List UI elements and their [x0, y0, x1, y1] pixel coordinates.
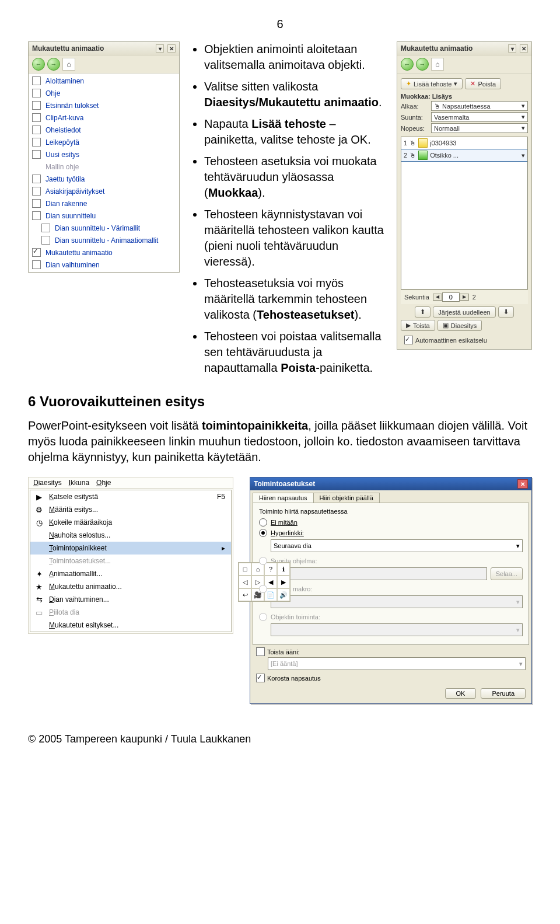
task-pane-item[interactable]: Mukautettu animaatio [29, 246, 179, 259]
forward-icon[interactable]: → [47, 58, 60, 71]
start-label: Alkaa: [401, 103, 429, 110]
home-icon[interactable]: ⌂ [62, 58, 75, 71]
task-pane-item[interactable]: Uusi esitys [29, 148, 179, 161]
menu-item: Toimintoasetukset... [30, 555, 231, 567]
ok-button[interactable]: OK [445, 688, 477, 699]
menu-item-icon: ▭ [34, 607, 44, 618]
highlight-click-label: Korosta napsautus [267, 675, 321, 682]
back-icon[interactable]: ← [32, 58, 45, 71]
task-pane-item[interactable]: Aloittaminen [29, 75, 179, 87]
menu-item[interactable]: Toimintopainikkeet▸ [30, 542, 231, 555]
checkbox-icon [32, 150, 41, 159]
tab-mouse-over[interactable]: Hiiri objektin päällä [313, 493, 380, 503]
seconds-stepper[interactable]: ◀ ▶ [433, 292, 469, 302]
back-icon[interactable]: ← [401, 58, 414, 71]
effect-row[interactable]: 2🖱Otsikko ...▾ [401, 149, 528, 162]
menu-item-icon: ✦ [34, 569, 44, 579]
remove-effect-button[interactable]: ✕ Poista [465, 78, 501, 89]
task-pane-item[interactable]: Dian suunnittelu [29, 210, 179, 222]
task-pane-item[interactable]: Mallin ohje [29, 161, 179, 173]
radio-hyperlink[interactable]: Hyperlinkki: [259, 528, 523, 538]
task-pane-item[interactable]: Asiakirjapäivitykset [29, 185, 179, 197]
chevron-down-icon: ▾ [454, 80, 457, 88]
menu-item[interactable]: Nauhoita selostus... [30, 529, 231, 542]
speed-dropdown[interactable]: Normaali ▾ [431, 123, 528, 133]
task-pane-item[interactable]: Dian suunnittelu - Värimallit [29, 222, 179, 234]
action-button-icon[interactable]: ◁ [239, 576, 251, 588]
close-icon[interactable]: ✕ [520, 44, 528, 53]
reorder-up-button[interactable]: ⬆ [415, 306, 430, 318]
task-pane-item[interactable]: Oheistiedot [29, 124, 179, 136]
action-button-grid[interactable]: □⌂?ℹ◁▷◀▶↩🎥📄🔊 [238, 562, 290, 602]
forward-icon[interactable]: → [416, 58, 429, 71]
home-icon[interactable]: ⌂ [431, 58, 444, 71]
radio-run-program[interactable]: Suorita ohjelma: [259, 556, 523, 566]
menubar-item[interactable]: Diaesitys [33, 479, 62, 487]
menu-item[interactable]: Mukautetut esitykset... [30, 619, 231, 632]
menu-item-label: Dian vaihtuminen... [49, 595, 109, 604]
close-icon[interactable]: ✕ [167, 44, 176, 53]
action-button-icon[interactable]: ▶ [277, 576, 290, 588]
dialog-title: Toimintoasetukset [254, 480, 315, 488]
page-number: 6 [28, 18, 532, 31]
menu-item-label: Toimintopainikkeet [49, 544, 107, 552]
dropdown-arrow-icon[interactable]: ▾ [156, 44, 164, 53]
checkbox-icon [32, 260, 41, 269]
effect-name: Otsikko ... [430, 152, 459, 159]
effect-row[interactable]: 1🖱j0304933 [401, 137, 527, 149]
task-pane-item[interactable]: Dian suunnittelu - Animaatiomallit [29, 234, 179, 246]
action-button-icon[interactable]: □ [239, 563, 251, 576]
menu-item[interactable]: ★Mukautettu animaatio... [30, 580, 231, 593]
list-item: Valitse sitten valikosta Diaesitys/Mukau… [204, 79, 387, 110]
radio-none[interactable]: Ei mitään [259, 517, 523, 528]
task-pane-item[interactable]: Leikepöytä [29, 136, 179, 148]
play-sound-checkbox[interactable] [256, 647, 265, 656]
menu-item[interactable]: ⚙Määritä esitys... [30, 503, 231, 516]
section-paragraph: PowerPoint-esitykseen voit lisätä toimin… [28, 418, 532, 465]
menubar-item[interactable]: Ikkuna [69, 479, 89, 487]
timeline-end: 2 [473, 294, 476, 301]
menu-item[interactable]: ✦Animaatiomallit... [30, 567, 231, 580]
dropdown-arrow-icon[interactable]: ▾ [508, 44, 516, 53]
browse-button[interactable]: Selaa... [491, 567, 523, 580]
play-button[interactable]: ▶ Toista [401, 320, 435, 331]
action-button-icon[interactable]: 🔊 [277, 588, 290, 601]
task-pane-item[interactable]: Ohje [29, 87, 179, 99]
task-pane-item-label: Oheistiedot [46, 126, 81, 134]
menu-item-label: Mukautettu animaatio... [49, 583, 122, 591]
reorder-down-button[interactable]: ⬇ [498, 306, 514, 318]
action-button-icon[interactable]: ℹ [277, 563, 290, 576]
menubar-item[interactable]: Ohje [96, 479, 111, 487]
highlight-click-checkbox[interactable] [256, 674, 265, 682]
task-pane-item[interactable]: Etsinnän tulokset [29, 99, 179, 111]
instruction-list: Objektien animointi aloitetaan valitsema… [189, 41, 387, 376]
menu-item-icon [34, 620, 44, 630]
action-button-icon[interactable]: ? [264, 563, 277, 576]
task-pane-item-label: Leikepöytä [46, 138, 79, 147]
menu-item[interactable]: ◷Kokeile määräaikoja [30, 516, 231, 529]
slideshow-button[interactable]: ▣ Diaesitys [438, 320, 482, 331]
direction-dropdown[interactable]: Vasemmalta ▾ [431, 112, 528, 122]
task-pane-item[interactable]: Dian vaihtuminen [29, 259, 179, 271]
action-button-icon[interactable]: ↩ [239, 588, 251, 601]
menu-item-label: Toimintoasetukset... [49, 557, 111, 565]
auto-preview-checkbox[interactable] [404, 336, 413, 344]
menu-item[interactable]: ▶Katsele esitystäF5 [30, 490, 231, 503]
start-dropdown[interactable]: 🖱 Napsautettaessa ▾ [431, 101, 528, 111]
add-effect-button[interactable]: ✦ Lisää tehoste ▾ [401, 78, 463, 89]
chevron-down-icon[interactable]: ▾ [522, 152, 525, 159]
close-icon[interactable]: ✕ [517, 479, 528, 489]
auto-preview-label: Automaattinen esikatselu [415, 337, 487, 344]
task-pane-left: Mukautettu animaatio ▾ ✕ ← → ⌂ Aloittami… [28, 41, 180, 273]
cancel-button[interactable]: Peruuta [481, 688, 526, 699]
hyperlink-target-dropdown[interactable]: Seuraava dia ▾ [271, 539, 523, 552]
tab-mouse-click[interactable]: Hiiren napsautus [253, 493, 314, 503]
menu-item[interactable]: ⇆Dian vaihtuminen... [30, 593, 231, 606]
task-pane-item[interactable]: Jaettu työtila [29, 173, 179, 185]
task-pane-item-label: Jaettu työtila [46, 175, 85, 183]
menu-item-label: Animaatiomallit... [49, 570, 102, 578]
effect-list[interactable]: 1🖱j03049332🖱Otsikko ...▾ [401, 137, 528, 290]
task-pane-item-label: Etsinnän tulokset [46, 102, 99, 110]
task-pane-item[interactable]: Dian rakenne [29, 197, 179, 210]
task-pane-item[interactable]: ClipArt-kuva [29, 111, 179, 124]
